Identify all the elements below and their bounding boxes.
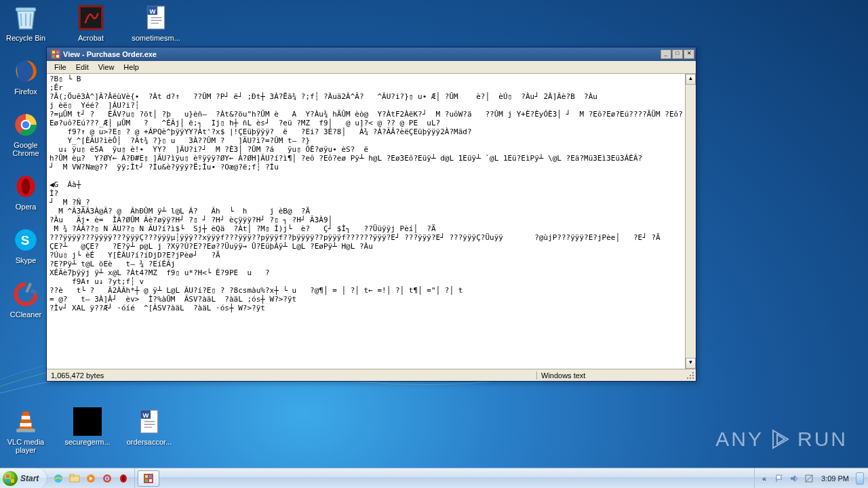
- scroll-track[interactable]: [686, 85, 696, 358]
- label: securegerm...: [64, 438, 110, 446]
- svg-rect-23: [52, 51, 55, 54]
- ql-media-icon[interactable]: [84, 472, 98, 485]
- desktop-icons-bottom: VLC media player securegerm... W ordersa…: [3, 407, 172, 454]
- tray-clock[interactable]: 3:09 PM: [821, 474, 849, 483]
- svg-text:S: S: [21, 234, 30, 248]
- svg-rect-16: [22, 415, 31, 419]
- svg-rect-18: [16, 428, 35, 432]
- svg-rect-33: [70, 474, 74, 476]
- word-doc-1-icon[interactable]: W sometimesm...: [134, 3, 178, 42]
- menu-help[interactable]: Help: [119, 62, 144, 73]
- minimize-button[interactable]: _: [660, 49, 671, 59]
- svg-rect-25: [52, 55, 55, 58]
- taskbar-item-view[interactable]: [138, 470, 159, 487]
- text-viewer-content[interactable]: ?B▯ └ B ;Êr ?Â(;Öuê3À^]Ã?ÂëùVè{• ?Àt d?↑…: [47, 74, 685, 369]
- start-label: Start: [20, 474, 39, 483]
- vertical-scrollbar[interactable]: ▲ ▼: [685, 74, 696, 369]
- label: Opera: [16, 203, 37, 211]
- svg-text:W: W: [150, 7, 156, 15]
- quick-launch: [47, 468, 135, 488]
- svg-point-39: [122, 476, 125, 481]
- titlebar[interactable]: View - Purchase Order.exe _ □ ✕: [47, 47, 696, 61]
- svg-rect-24: [56, 51, 59, 54]
- scroll-up-button[interactable]: ▲: [686, 74, 696, 85]
- maximize-button[interactable]: □: [672, 49, 683, 59]
- anyrun-watermark: ANY RUN: [715, 428, 848, 451]
- label: Firefox: [14, 87, 37, 96]
- svg-rect-15: [30, 289, 37, 295]
- resize-grip-icon[interactable]: [686, 371, 696, 381]
- skype-icon[interactable]: S Skype: [3, 226, 48, 264]
- svg-rect-17: [20, 423, 32, 426]
- chrome-icon[interactable]: Google Chrome: [3, 110, 48, 157]
- vlc-icon[interactable]: VLC media player: [3, 407, 48, 454]
- svg-point-37: [106, 477, 108, 480]
- svg-text:W: W: [143, 411, 149, 419]
- menu-file[interactable]: File: [50, 62, 71, 73]
- ql-chrome-icon[interactable]: [100, 472, 114, 485]
- taskbar-item-icon: [144, 474, 153, 483]
- label: Google Chrome: [3, 141, 48, 157]
- statusbar: 1,065,472 bytes Windows text: [47, 369, 696, 381]
- svg-rect-41: [145, 475, 148, 478]
- menu-edit[interactable]: Edit: [71, 62, 94, 73]
- ordersaccor-icon[interactable]: W ordersaccor...: [127, 407, 172, 454]
- status-encoding: Windows text: [537, 371, 686, 380]
- svg-rect-44: [149, 479, 152, 482]
- menubar: File Edit View Help: [47, 61, 696, 74]
- windows-orb-icon: [3, 471, 18, 486]
- label: ordersaccor...: [127, 438, 172, 446]
- window-title: View - Purchase Order.exe: [63, 50, 660, 58]
- close-button[interactable]: ✕: [684, 49, 694, 59]
- svg-rect-26: [56, 55, 59, 58]
- svg-rect-1: [79, 6, 102, 29]
- opera-icon[interactable]: Opera: [3, 172, 48, 211]
- ccleaner-icon[interactable]: CCleaner: [3, 280, 48, 319]
- system-tray: « 3:09 PM: [754, 468, 868, 488]
- recycle-bin-icon[interactable]: Recycle Bin: [3, 3, 48, 42]
- tray-status-icon[interactable]: [804, 473, 814, 484]
- menu-view[interactable]: View: [94, 62, 119, 73]
- show-desktop-button[interactable]: [856, 472, 864, 485]
- ql-opera-icon[interactable]: [117, 472, 130, 485]
- tray-flag-icon[interactable]: [774, 473, 785, 484]
- firefox-icon[interactable]: Firefox: [3, 57, 48, 96]
- label: Acrobat: [78, 34, 104, 42]
- svg-rect-27: [6, 474, 9, 478]
- svg-point-11: [22, 179, 31, 195]
- tray-volume-icon[interactable]: [789, 473, 800, 484]
- app-icon: [51, 49, 60, 59]
- ql-ie-icon[interactable]: [52, 472, 65, 485]
- label: sometimesm...: [132, 34, 180, 42]
- label: Recycle Bin: [6, 34, 45, 42]
- label: VLC media player: [3, 438, 48, 454]
- svg-point-9: [22, 121, 30, 129]
- svg-rect-42: [149, 475, 152, 478]
- svg-rect-30: [11, 479, 14, 483]
- securegerm-icon[interactable]: securegerm...: [65, 407, 110, 454]
- svg-rect-29: [6, 479, 9, 483]
- svg-rect-43: [145, 479, 148, 482]
- taskbar: Start « 3:09 PM: [0, 468, 868, 488]
- label: Skype: [16, 256, 37, 264]
- view-window: View - Purchase Order.exe _ □ ✕ File Edi…: [46, 47, 696, 382]
- start-button[interactable]: Start: [0, 468, 47, 489]
- tray-expand-icon[interactable]: «: [759, 473, 770, 484]
- ql-explorer-icon[interactable]: [68, 472, 81, 485]
- scroll-down-button[interactable]: ▼: [686, 358, 696, 369]
- status-bytes: 1,065,472 bytes: [47, 371, 537, 380]
- svg-rect-0: [16, 7, 35, 11]
- label: CCleaner: [10, 310, 41, 319]
- acrobat-icon[interactable]: Acrobat: [68, 3, 113, 42]
- svg-rect-28: [11, 474, 14, 478]
